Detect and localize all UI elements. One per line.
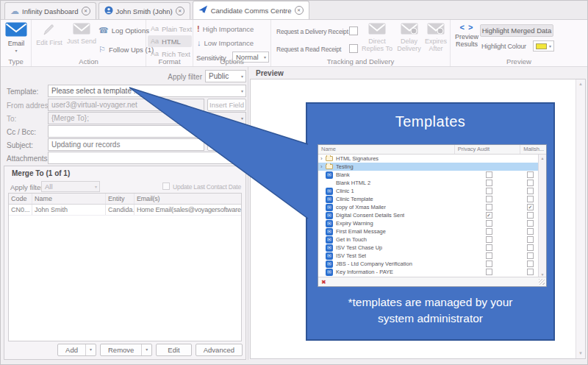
add-button[interactable]: Add ▾ <box>57 344 96 356</box>
mailshot-checkbox[interactable]: ✓ <box>527 204 534 210</box>
privacy-audit-checkbox[interactable] <box>486 244 492 251</box>
scroll-down-icon[interactable]: ▼ <box>576 349 585 358</box>
privacy-audit-checkbox[interactable] <box>486 269 492 275</box>
template-row[interactable]: ✉JBS - Ltd Company Verification <box>318 260 539 268</box>
attachments-field[interactable] <box>48 152 246 164</box>
merge-to-table: Code Name Entity Email(s) CN0... John Sm… <box>8 193 242 341</box>
column-header-name[interactable]: Name <box>318 145 455 154</box>
close-icon[interactable]: ✕ <box>295 6 304 15</box>
subject-field[interactable]: Updating our records <box>48 138 204 151</box>
apply-filter-select[interactable]: Public ▾ <box>205 70 246 82</box>
preview-results-button[interactable]: < > Preview Results <box>452 23 481 48</box>
direct-replies-button[interactable]: Direct Replies To <box>361 23 393 52</box>
privacy-audit-checkbox[interactable] <box>486 236 492 243</box>
expand-caret-icon[interactable]: › <box>320 163 326 170</box>
privacy-audit-checkbox[interactable] <box>486 196 492 202</box>
cc-bcc-field[interactable] <box>48 125 246 138</box>
mailshot-checkbox[interactable] <box>527 252 534 259</box>
read-receipt-checkbox[interactable] <box>349 44 358 53</box>
clear-filter-icon[interactable]: ✖ <box>321 279 326 286</box>
to-field[interactable]: {Merge To}; ▾ <box>48 112 246 124</box>
mailshot-checkbox[interactable] <box>527 180 534 186</box>
template-row[interactable]: ✉Expiry Warning <box>318 219 539 227</box>
privacy-audit-checkbox[interactable] <box>486 180 492 186</box>
mailshot-checkbox[interactable] <box>527 244 534 251</box>
resize-grip[interactable] <box>539 279 545 285</box>
expand-caret-icon[interactable]: › <box>320 155 326 162</box>
close-icon[interactable]: ✕ <box>82 7 90 15</box>
column-header-name[interactable]: Name <box>32 194 106 204</box>
mailshot-checkbox[interactable] <box>527 188 534 194</box>
delivery-receipt-checkbox[interactable] <box>349 26 358 35</box>
privacy-audit-checkbox[interactable]: ✓ <box>486 212 492 219</box>
preview-scrollbar[interactable]: ▲ ▼ <box>576 79 585 358</box>
highlight-merged-data-button[interactable]: Highlight Merged Data <box>480 24 553 37</box>
template-row[interactable]: ✉ISV Test Set <box>318 252 539 260</box>
privacy-audit-checkbox[interactable] <box>486 204 492 210</box>
templates-list-scrollbar[interactable]: ▲ ▼ <box>538 155 546 278</box>
direct-replies-icon <box>368 23 386 36</box>
expires-after-button[interactable]: Expires After <box>423 23 449 52</box>
follow-ups-button[interactable]: ⚐ Follow Ups (1) <box>98 46 154 54</box>
merge-apply-filter-select[interactable]: All ▾ <box>41 181 100 192</box>
just-send-button[interactable]: Just Send <box>66 23 97 45</box>
insert-field-button[interactable]: Insert Field <box>207 99 246 111</box>
template-row[interactable]: ✉Clinic 1 <box>318 187 539 195</box>
remove-button[interactable]: Remove ▾ <box>100 344 152 356</box>
privacy-audit-checkbox[interactable] <box>486 188 492 194</box>
template-row[interactable]: ✉First Email Message <box>318 227 539 235</box>
tab-john-smith[interactable]: John Smith (John) ✕ <box>98 2 190 19</box>
delay-delivery-button[interactable]: Delay Delivery <box>395 23 423 52</box>
column-header-code[interactable]: Code <box>9 194 32 204</box>
tab-infinity-dashboard[interactable]: ☁ Infinity Dashboard ✕ <box>4 2 96 19</box>
mailshot-checkbox[interactable] <box>527 228 534 235</box>
scroll-up-icon[interactable]: ▲ <box>576 79 585 89</box>
column-header-entity[interactable]: Entity <box>106 194 135 204</box>
tab-candidate-comms-centre[interactable]: Candidate Comms Centre ✕ <box>193 1 309 19</box>
table-row[interactable]: CN0... John Smith Candida... Home Email(… <box>9 205 241 216</box>
chevron-down-icon[interactable]: ▾ <box>141 344 151 355</box>
privacy-audit-checkbox[interactable] <box>486 171 492 178</box>
mailshot-checkbox[interactable] <box>527 261 534 267</box>
low-importance-button[interactable]: ↓ Low Importance <box>197 39 254 47</box>
log-options-button[interactable]: ☎ Log Options <box>98 26 149 35</box>
template-row[interactable]: ✉Blank <box>318 171 539 179</box>
mailshot-checkbox[interactable] <box>527 196 534 202</box>
template-row[interactable]: ✉Clinic Template <box>318 195 539 203</box>
template-row[interactable]: ✉copy of Xmas Mailer✓ <box>318 203 539 211</box>
html-button[interactable]: Aa HTML <box>148 35 192 47</box>
edit-first-button[interactable]: Edit First <box>34 23 65 46</box>
template-row[interactable]: ✉Get in Touch <box>318 235 539 244</box>
column-header-mailshot[interactable]: Mailsh... <box>520 145 546 154</box>
template-row[interactable]: ›HTML Signatures <box>318 155 539 163</box>
close-icon[interactable]: ✕ <box>176 7 184 15</box>
insert-field-button[interactable]: Insert Field <box>207 138 246 151</box>
high-importance-button[interactable]: ! High Importance <box>197 25 254 33</box>
mailshot-checkbox[interactable] <box>527 269 534 275</box>
mailshot-checkbox[interactable] <box>527 171 534 178</box>
template-row[interactable]: ✉ISV Test Chase Up <box>318 244 539 252</box>
chevron-down-icon[interactable]: ▾ <box>85 344 96 355</box>
column-header-emails[interactable]: Email(s) <box>135 194 241 204</box>
column-header-privacy-audit[interactable]: Privacy Audit <box>455 145 520 154</box>
mailshot-checkbox[interactable] <box>527 236 534 243</box>
mailshot-checkbox[interactable] <box>527 212 534 219</box>
template-row[interactable]: ✉Key Information - PAYE <box>318 268 539 276</box>
privacy-audit-checkbox[interactable] <box>486 252 492 259</box>
template-row[interactable]: ✉Digital Consent Details Sent✓ <box>318 211 539 219</box>
template-row[interactable]: ›Testing <box>318 163 539 171</box>
privacy-audit-checkbox[interactable] <box>486 228 492 235</box>
advanced-button[interactable]: Advanced <box>196 344 243 356</box>
template-select[interactable]: Please select a template .... ▾ <box>48 85 246 97</box>
mailshot-checkbox[interactable] <box>527 220 534 227</box>
privacy-audit-checkbox[interactable] <box>486 261 492 267</box>
email-button[interactable]: Email ▾ <box>3 22 29 53</box>
scroll-up-icon[interactable]: ▲ <box>539 155 546 162</box>
plain-text-button[interactable]: Aa Plain Text <box>148 23 192 35</box>
highlight-colour-picker[interactable]: ▾ <box>533 40 554 52</box>
template-row[interactable]: Blank HTML 2 <box>318 179 539 187</box>
edit-button[interactable]: Edit <box>156 344 191 356</box>
privacy-audit-checkbox[interactable] <box>486 220 492 227</box>
from-address-field[interactable]: user3@virtual-voyager.net <box>48 99 204 111</box>
update-last-contact-checkbox[interactable] <box>162 182 170 190</box>
